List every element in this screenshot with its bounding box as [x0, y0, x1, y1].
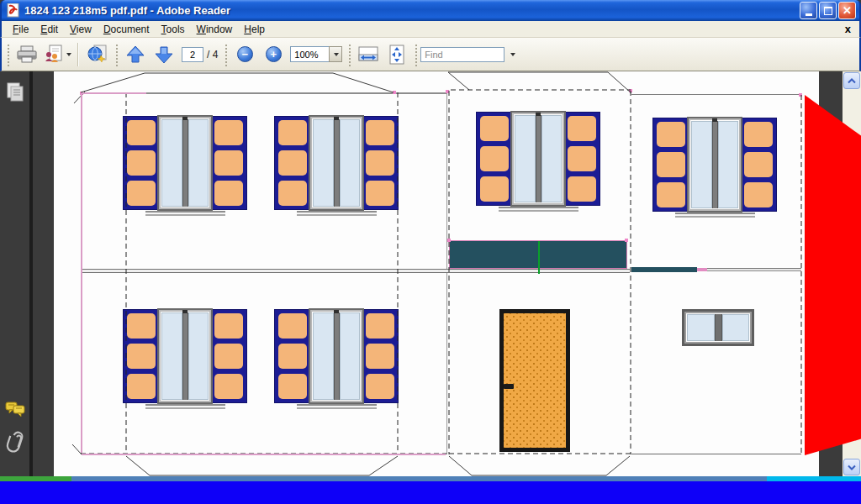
menu-window[interactable]: Window: [191, 22, 239, 37]
print-button[interactable]: [13, 41, 41, 68]
print-icon: [15, 45, 39, 65]
chevron-down-icon: [848, 465, 856, 470]
window-pane: [161, 312, 182, 400]
pages-panel-button[interactable]: [5, 81, 25, 107]
navigation-sidebar: [0, 71, 33, 476]
zoom-level-combobox[interactable]: 100%: [290, 46, 342, 62]
window-shutter: [366, 344, 394, 369]
papercraft-window: [652, 118, 777, 212]
window-mullion: [712, 121, 718, 208]
zoom-dropdown-button[interactable]: [329, 46, 342, 62]
zoom-out-button[interactable]: −: [230, 41, 259, 68]
window-shutter: [744, 182, 773, 207]
menu-document[interactable]: Document: [98, 22, 156, 37]
scroll-up-button[interactable]: [843, 72, 860, 89]
window-mullion: [334, 312, 340, 400]
next-page-button[interactable]: [150, 41, 178, 68]
papercraft-window: [123, 309, 247, 403]
window-shutter: [744, 152, 773, 177]
papercraft-window: [274, 309, 399, 403]
dropdown-caret-icon: [334, 53, 339, 56]
find-input[interactable]: [420, 47, 504, 62]
fit-width-icon: [357, 45, 379, 65]
pdf-page: [54, 71, 819, 476]
pages-icon: [5, 81, 25, 103]
up-arrow-icon: [125, 45, 145, 64]
small-window: [682, 309, 754, 346]
window-shutter: [568, 146, 596, 171]
close-button[interactable]: ✕: [838, 2, 856, 19]
window-shutter: [366, 374, 394, 399]
menu-help[interactable]: Help: [238, 22, 271, 37]
menu-view[interactable]: View: [64, 22, 98, 37]
window-shutter: [214, 181, 243, 206]
pink-corner-mark: [625, 239, 628, 242]
window-shutter: [127, 120, 156, 145]
menu-tools[interactable]: Tools: [156, 22, 191, 37]
adobe-reader-window: 1824 123 218m5 pdf.pdf - Adobe Reader ✕ …: [0, 0, 861, 504]
menu-file[interactable]: File: [7, 22, 34, 37]
toolbar-grip: [6, 43, 10, 66]
scrollbar-track[interactable]: [843, 90, 861, 459]
menu-edit[interactable]: Edit: [34, 22, 64, 37]
window-shutter: [366, 181, 394, 206]
teal-edge-line: [631, 267, 697, 272]
window-shutter: [127, 374, 156, 399]
fit-page-button[interactable]: [383, 41, 411, 68]
wall-panel-bottom-right: [631, 270, 801, 454]
papercraft-window: [123, 116, 247, 210]
share-dropdown-caret-icon: [66, 53, 71, 56]
adobe-pdf-icon: [7, 3, 21, 18]
find-dropdown-button[interactable]: [504, 41, 520, 68]
vertical-scrollbar[interactable]: [843, 71, 861, 476]
attachments-panel-button[interactable]: [5, 431, 25, 458]
window-pane: [340, 312, 361, 400]
window-shutter: [278, 181, 307, 206]
toolbar-grip: [114, 43, 119, 66]
toolbar: / 4 − + 100%: [0, 38, 861, 71]
window-sill: [499, 207, 578, 212]
window-pane: [340, 119, 361, 207]
share-button[interactable]: [41, 41, 73, 68]
window-sill: [675, 213, 755, 218]
window-shutter: [657, 122, 685, 147]
window-shutter: [214, 374, 243, 399]
window-mullion: [182, 119, 188, 207]
window-shutter: [214, 150, 243, 176]
online-services-button[interactable]: [83, 41, 112, 68]
zoom-in-icon: +: [266, 46, 282, 62]
menu-bar: File Edit View Document Tools Window Hel…: [0, 21, 861, 38]
restore-button[interactable]: [819, 2, 837, 19]
window-pane: [515, 115, 536, 202]
gray-edge-line: [707, 268, 801, 271]
window-frame: [309, 115, 364, 211]
fit-width-button[interactable]: [354, 41, 383, 68]
window-pane: [313, 119, 334, 207]
window-shutter: [480, 176, 509, 202]
window-shutter: [278, 374, 307, 399]
window-pane: [188, 119, 209, 207]
comments-panel-button[interactable]: [4, 401, 26, 423]
window-shutter-column: [657, 122, 685, 207]
window-mullion: [334, 119, 340, 207]
dropdown-caret-icon: [510, 53, 515, 56]
window-shutter-column: [127, 120, 156, 206]
window-shutter-column: [744, 122, 773, 207]
window-title: 1824 123 218m5 pdf.pdf - Adobe Reader: [24, 4, 800, 17]
window-shutter: [568, 176, 596, 202]
previous-page-button[interactable]: [121, 41, 150, 68]
minimize-button[interactable]: [800, 2, 817, 19]
scroll-down-button[interactable]: [843, 459, 860, 475]
window-frame: [687, 117, 742, 213]
main-area: [0, 71, 861, 476]
window-shutter: [366, 150, 394, 176]
page-number-input[interactable]: [182, 47, 203, 62]
minimize-icon: [806, 13, 812, 16]
page-count-label: / 4: [207, 49, 218, 60]
window-shutter-column: [214, 120, 243, 206]
document-view[interactable]: [33, 71, 843, 476]
window-shutter-column: [214, 313, 243, 399]
zoom-in-button[interactable]: +: [259, 41, 288, 68]
close-document-icon[interactable]: x: [842, 24, 854, 34]
window-shutter: [366, 120, 394, 145]
